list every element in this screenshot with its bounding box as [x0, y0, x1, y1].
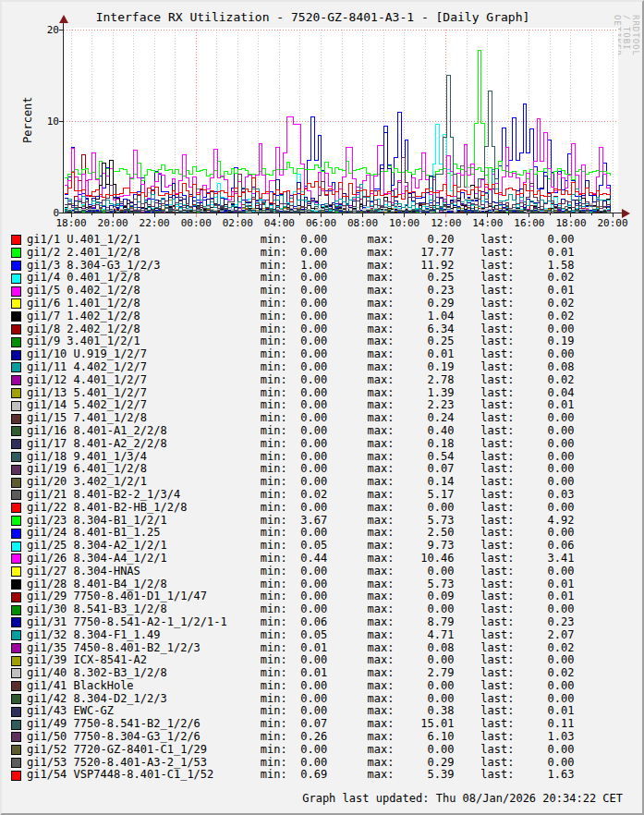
last-label: last: [480, 540, 514, 553]
max-label: max: [367, 489, 394, 502]
min-label: min: [261, 744, 287, 757]
min-label: min: [261, 629, 287, 642]
legend-interface-label: gi1/18 9.401_1/3/4 [27, 451, 261, 464]
last-label: last: [480, 272, 514, 285]
legend-interface-label: gi1/2 2.401_1/2/8 [27, 247, 261, 260]
legend-row: gi1/30 8.541-B3_1/2/8 min: 0.00 max: 0.0… [2, 603, 644, 616]
legend-interface-label: gi1/29 7750-8.401-D1_1/1/47 [27, 590, 261, 603]
max-label: max: [367, 425, 394, 438]
last-value: 0.02 [514, 310, 574, 323]
max-value: 2.50 [394, 527, 454, 540]
x-tick-label: 18:00 [551, 217, 591, 229]
min-label: min: [261, 387, 287, 400]
max-value: 2.78 [394, 374, 454, 387]
last-value: 0.00 [514, 451, 574, 464]
last-label: last: [480, 769, 514, 782]
graph-title: Interface RX Utilization - 7520-GZ-8401-… [2, 10, 624, 24]
max-value: 0.07 [394, 463, 454, 476]
x-tick-label: 06:00 [300, 217, 341, 229]
legend-color-swatch [11, 617, 21, 627]
last-value: 0.00 [514, 425, 574, 438]
last-label: last: [480, 361, 514, 374]
legend-row: gi1/41 BlackHole min: 0.00 max: 0.00 las… [2, 680, 644, 693]
legend-interface-label: gi1/25 8.304-A2_1/2/1 [27, 540, 261, 553]
legend-row: gi1/13 5.401_1/2/7 min: 0.00 max: 1.39 l… [2, 387, 644, 400]
min-value: 0.00 [287, 566, 327, 578]
last-value: 0.02 [514, 298, 574, 310]
legend-interface-label: gi1/20 3.402_1/2/1 [27, 476, 261, 489]
last-value: 0.02 [514, 667, 574, 680]
max-value: 15.01 [394, 718, 454, 731]
max-label: max: [367, 451, 394, 464]
x-minor-tick [175, 213, 176, 215]
max-label: max: [367, 603, 394, 616]
last-value: 0.00 [514, 654, 574, 667]
y-tick [59, 121, 63, 122]
x-tick-label: 08:00 [343, 217, 383, 229]
last-label: last: [480, 731, 514, 744]
min-label: min: [261, 616, 287, 629]
max-value: 0.25 [394, 272, 454, 285]
legend-interface-label: gi1/26 8.304-A4_1/2/1 [27, 553, 261, 566]
legend-interface-label: gi1/35 7450-8.401-B2_1/2/3 [27, 642, 261, 655]
min-value: 0.00 [287, 387, 327, 400]
last-label: last: [480, 348, 514, 361]
legend-row: gi1/6 1.401_1/2/8 min: 0.00 max: 0.29 la… [2, 298, 644, 310]
last-value: 0.01 [514, 705, 574, 718]
legend-row: gi1/22 8.401-B2-HB_1/2/8 min: 0.00 max: … [2, 502, 644, 515]
legend-interface-label: gi1/41 BlackHole [27, 680, 261, 693]
min-label: min: [261, 680, 287, 693]
legend-interface-label: gi1/7 1.402_1/2/8 [27, 310, 261, 323]
last-value: 0.01 [514, 578, 574, 591]
x-minor-tick [550, 213, 551, 215]
x-minor-tick [383, 213, 384, 215]
max-value: 0.00 [394, 566, 454, 578]
min-value: 0.05 [287, 540, 327, 553]
min-label: min: [261, 348, 287, 361]
legend-color-swatch [11, 643, 21, 653]
legend-color-swatch [11, 274, 21, 284]
legend-row: gi1/7 1.402_1/2/8 min: 0.00 max: 1.04 la… [2, 310, 644, 323]
legend-color-swatch [11, 771, 21, 781]
legend-row: gi1/19 6.401_1/2/8 min: 0.00 max: 0.07 l… [2, 463, 644, 476]
last-label: last: [480, 642, 514, 655]
last-updated-text: Graph last updated: Thu 08/Jan/2026 20:3… [302, 792, 623, 805]
max-value: 5.39 [394, 769, 454, 782]
legend-color-swatch [11, 553, 21, 564]
last-value: 0.00 [514, 323, 574, 336]
legend-interface-label: gi1/11 4.402_1/2/7 [27, 361, 261, 374]
min-label: min: [261, 489, 287, 502]
last-value: 0.01 [514, 399, 574, 412]
legend-row: gi1/20 3.402_1/2/1 min: 0.00 max: 0.14 l… [2, 476, 644, 489]
min-value: 1.00 [287, 260, 327, 273]
legend-color-swatch [11, 668, 21, 678]
min-label: min: [261, 260, 287, 273]
min-value: 0.00 [287, 502, 327, 515]
min-value: 0.00 [287, 247, 327, 260]
max-value: 1.39 [394, 387, 454, 400]
last-label: last: [480, 285, 514, 298]
last-label: last: [480, 705, 514, 718]
last-label: last: [480, 590, 514, 603]
legend-row: gi1/14 5.402_1/2/7 min: 0.00 max: 2.23 l… [2, 399, 644, 412]
min-label: min: [261, 234, 287, 247]
legend-row: gi1/23 8.304-B1_1/2/1 min: 3.67 max: 5.7… [2, 515, 644, 528]
min-value: 0.00 [287, 654, 327, 667]
max-value: 2.23 [394, 399, 454, 412]
last-value: 0.00 [514, 412, 574, 425]
min-value: 0.00 [287, 603, 327, 616]
max-value: 0.00 [394, 693, 454, 706]
min-value: 0.00 [287, 348, 327, 361]
min-value: 0.00 [287, 399, 327, 412]
legend-row: gi1/49 7750-8.541-B2_1/2/6 min: 0.07 max… [2, 718, 644, 731]
legend-row: gi1/28 8.401-B4_1/2/8 min: 0.00 max: 5.7… [2, 578, 644, 591]
min-value: 0.00 [287, 744, 327, 757]
last-label: last: [480, 387, 514, 400]
legend-interface-label: gi1/31 7750-8.541-A2-1_1/2/1-1 [27, 616, 261, 629]
last-value: 0.01 [514, 285, 574, 298]
legend-interface-label: gi1/39 ICX-8541-A2 [27, 654, 261, 667]
last-value: 0.00 [514, 234, 574, 247]
legend-interface-label: gi1/54 VSP7448-8.401-C1_1/52 [27, 769, 261, 782]
x-axis-line [59, 213, 622, 213]
legend-row: gi1/25 8.304-A2_1/2/1 min: 0.05 max: 9.7… [2, 540, 644, 553]
